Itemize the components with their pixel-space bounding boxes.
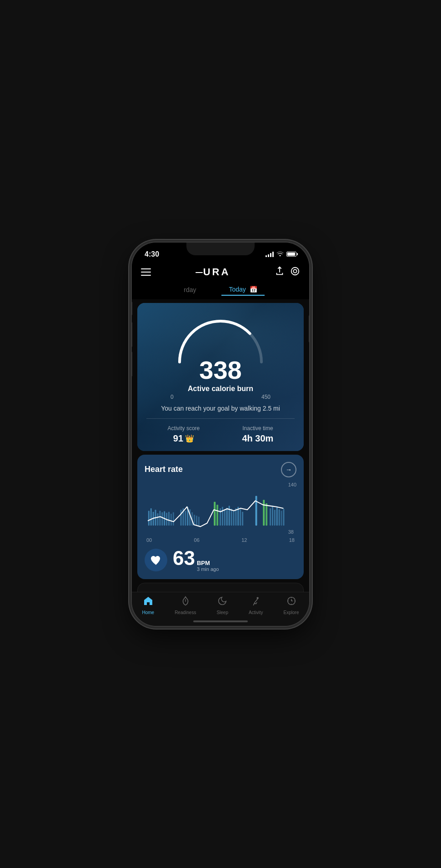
hr-bpm-label: BPM — [197, 560, 219, 566]
home-bar — [193, 620, 248, 622]
time-00: 00 — [146, 537, 152, 543]
svg-rect-7 — [159, 511, 160, 526]
status-icons — [266, 251, 296, 258]
hr-unit-group: BPM 3 min ago — [197, 560, 219, 572]
bottom-navigation: Home Readiness Sleep — [132, 592, 309, 617]
time-18: 18 — [289, 537, 295, 543]
svg-rect-21 — [196, 516, 197, 526]
home-indicator — [132, 617, 309, 626]
today-tab[interactable]: Today 📅 — [221, 284, 264, 296]
hr-header: Heart rate → — [145, 462, 296, 477]
activity-score-label: Activity score — [168, 425, 200, 432]
svg-rect-32 — [235, 508, 236, 526]
gauge-range: 0 450 — [170, 394, 271, 400]
time-06: 06 — [194, 537, 200, 543]
phone-shell: 4:30 URA — [132, 243, 309, 626]
sleep-label: Sleep — [216, 610, 228, 615]
heart-rate-card: Heart rate → — [137, 455, 304, 579]
svg-rect-45 — [283, 509, 285, 526]
svg-rect-39 — [270, 508, 271, 526]
activity-icon — [251, 596, 261, 609]
ring-button[interactable] — [290, 266, 300, 278]
heart-icon-circle — [145, 549, 167, 571]
crown-icon: 👑 — [185, 434, 194, 443]
calorie-label: Active calorie burn — [188, 385, 253, 393]
inactive-time-stat: Inactive time 4h 30m — [242, 425, 273, 444]
hr-time-axis: 00 06 12 18 — [145, 537, 296, 543]
day-navigation[interactable]: rday Today 📅 — [132, 282, 309, 299]
range-min: 0 — [170, 394, 174, 400]
nav-explore[interactable]: Explore — [280, 596, 303, 615]
range-max: 450 — [261, 394, 271, 400]
sleep-icon — [217, 596, 227, 609]
app-header: URA — [132, 263, 309, 282]
content-area[interactable]: 338 Active calorie burn 0 450 You can re… — [132, 299, 309, 592]
activity-label: Activity — [249, 610, 263, 615]
activity-stats: Activity score 91 👑 Inactive time 4h 30m — [146, 418, 295, 444]
wifi-icon — [276, 251, 284, 258]
hr-detail-button[interactable]: → — [281, 462, 296, 477]
svg-rect-26 — [222, 506, 223, 525]
volume-down-button[interactable] — [132, 352, 132, 377]
readiness-label: Readiness — [175, 610, 196, 615]
svg-rect-31 — [233, 511, 235, 526]
activity-card: 338 Active calorie burn 0 450 You can re… — [137, 303, 304, 451]
calorie-score: 338 — [199, 357, 241, 383]
activity-score-value: 91 👑 — [168, 433, 200, 444]
activity-score-stat: Activity score 91 👑 — [168, 425, 200, 444]
volume-up-button[interactable] — [132, 322, 132, 347]
signal-icon — [266, 252, 274, 257]
svg-rect-13 — [173, 512, 174, 525]
nav-home[interactable]: Home — [138, 596, 158, 615]
phone-notch — [186, 243, 255, 255]
svg-point-0 — [291, 267, 299, 275]
brand-logo: URA — [195, 266, 231, 278]
menu-button[interactable] — [141, 268, 151, 276]
hr-time-ago: 3 min ago — [197, 566, 219, 572]
svg-rect-42 — [276, 507, 278, 525]
svg-point-1 — [293, 269, 296, 273]
nav-sleep[interactable]: Sleep — [213, 596, 232, 615]
svg-rect-27 — [224, 510, 226, 526]
inactive-label: Inactive time — [242, 425, 273, 432]
svg-rect-22 — [198, 516, 200, 526]
share-button[interactable] — [275, 266, 285, 278]
svg-rect-12 — [170, 514, 172, 526]
gauge-container: 338 Active calorie burn 0 450 — [146, 312, 295, 400]
time-display: 4:30 — [145, 250, 159, 258]
svg-rect-25 — [220, 508, 221, 526]
nav-readiness[interactable]: Readiness — [171, 596, 200, 615]
svg-rect-43 — [279, 509, 280, 526]
power-button[interactable] — [309, 315, 309, 342]
yesterday-tab[interactable]: rday — [176, 284, 203, 295]
hr-chart-svg — [145, 481, 296, 536]
hr-bpm-value: 63 — [173, 548, 195, 568]
add-workout-card: Tap the + button to add a workout, momen… — [137, 583, 304, 592]
svg-rect-30 — [231, 509, 232, 526]
svg-rect-16 — [185, 511, 186, 526]
calendar-icon: 📅 — [250, 286, 257, 293]
nav-activity[interactable]: Activity — [245, 596, 267, 615]
svg-rect-28 — [226, 507, 228, 525]
silent-switch[interactable] — [132, 302, 132, 315]
svg-rect-44 — [281, 511, 282, 526]
home-label: Home — [142, 610, 154, 615]
battery-icon — [286, 252, 296, 257]
svg-rect-38 — [266, 503, 267, 526]
hr-current-reading: 63 BPM 3 min ago — [145, 548, 296, 572]
hr-title: Heart rate — [145, 465, 183, 474]
readiness-icon — [180, 596, 190, 609]
svg-rect-36 — [256, 496, 257, 525]
hr-min-label: 38 — [288, 529, 296, 535]
svg-point-46 — [257, 597, 258, 599]
svg-rect-24 — [216, 505, 218, 526]
svg-rect-34 — [240, 509, 241, 526]
time-12: 12 — [241, 537, 247, 543]
hr-value-group: 63 BPM 3 min ago — [173, 548, 219, 572]
svg-rect-6 — [157, 513, 159, 525]
hr-chart: 140 38 — [145, 481, 296, 536]
svg-rect-2 — [148, 511, 150, 526]
svg-rect-14 — [180, 510, 182, 526]
svg-rect-40 — [272, 506, 273, 526]
explore-icon — [286, 596, 296, 609]
